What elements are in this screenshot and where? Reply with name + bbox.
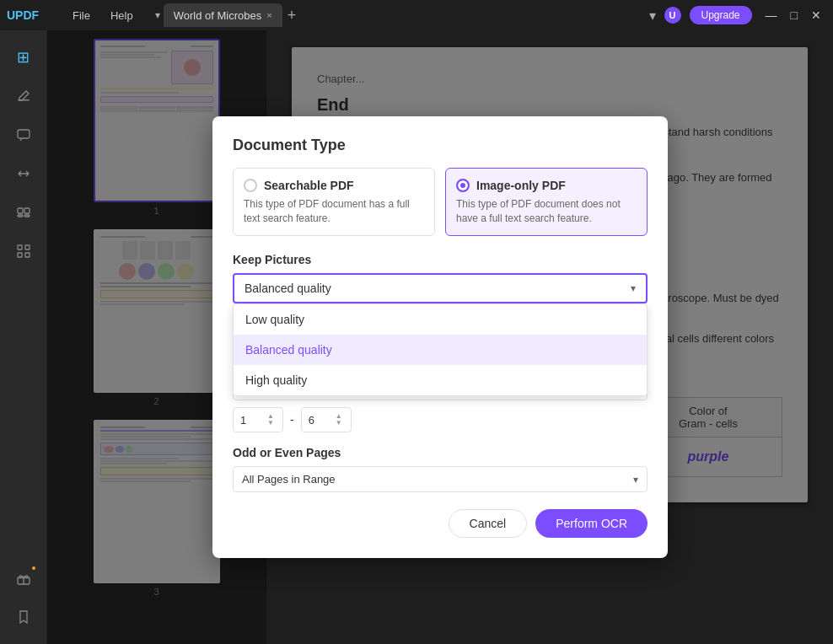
dialog-title: Document Type (233, 137, 648, 154)
doc-type-section: Searchable PDF This type of PDF document… (233, 168, 648, 237)
odd-even-chevron: ▾ (633, 474, 638, 486)
page-to-input[interactable]: 6 ▲ ▼ (301, 407, 352, 432)
page-from-arrows: ▲ ▼ (266, 413, 276, 427)
page-from-input[interactable]: 1 ▲ ▼ (233, 407, 283, 432)
window-controls: — □ ✕ (760, 7, 826, 24)
svg-rect-6 (18, 245, 22, 250)
sidebar-icon-organize[interactable] (7, 196, 40, 229)
tab-area: ▾ World of Microbes × + (155, 3, 642, 27)
keep-pictures-label: Keep Pictures (233, 253, 648, 266)
sidebar-icon-convert[interactable] (7, 157, 40, 191)
doc-type-searchable-name: Searchable PDF (264, 179, 354, 192)
doc-type-searchable-radio: Searchable PDF (244, 179, 424, 192)
menu-help[interactable]: Help (102, 8, 142, 24)
keep-pictures-menu: Low quality Balanced quality High qualit… (233, 303, 648, 396)
maximize-button[interactable]: □ (786, 7, 803, 24)
quality-low[interactable]: Low quality (234, 304, 647, 335)
menu-file[interactable]: File (64, 8, 99, 24)
svg-rect-8 (18, 253, 22, 257)
page-range-dash: - (290, 413, 294, 427)
page-from-value: 1 (240, 414, 246, 427)
new-tab-icon[interactable]: + (288, 8, 297, 23)
close-button[interactable]: ✕ (806, 7, 826, 24)
svg-rect-3 (24, 208, 30, 213)
keep-pictures-section: Keep Pictures Balanced quality ▾ Low qua… (233, 253, 648, 341)
sidebar-icon-bookmark[interactable] (7, 600, 40, 634)
doc-type-image-name: Image-only PDF (476, 179, 566, 192)
app-logo: UPDF (7, 8, 57, 22)
tab-arrow[interactable]: ▾ (155, 9, 160, 21)
odd-even-dropdown[interactable]: All Pages in Range ▾ (233, 466, 648, 492)
doc-type-searchable-desc: This type of PDF document has a full tex… (244, 197, 424, 226)
odd-even-label: Odd or Even Pages (233, 446, 648, 459)
sidebar-icon-gift[interactable] (7, 561, 40, 595)
keep-pictures-dropdown[interactable]: Balanced quality ▾ (233, 273, 648, 303)
current-tab[interactable]: World of Microbes × (164, 3, 282, 27)
sidebar-icon-pages[interactable]: ⊞ (7, 40, 40, 74)
svg-rect-2 (18, 208, 23, 213)
svg-rect-5 (24, 215, 30, 217)
minimize-button[interactable]: — (760, 7, 782, 24)
page-to-arrows: ▲ ▼ (334, 413, 344, 427)
title-bar-right: ▾ U Upgrade — □ ✕ (649, 6, 827, 24)
sidebar-icon-comment[interactable] (7, 118, 40, 152)
chevron-down-icon: ▾ (631, 282, 636, 294)
doc-type-image-desc: This type of PDF document does not have … (456, 197, 637, 226)
svg-rect-9 (25, 253, 30, 257)
upgrade-button[interactable]: Upgrade (690, 6, 752, 24)
title-bar: UPDF File Help ▾ World of Microbes × + ▾… (0, 0, 833, 30)
left-sidebar: ⊞ (0, 30, 47, 644)
perform-ocr-button[interactable]: Perform OCR (535, 509, 648, 538)
keep-pictures-selected: Balanced quality (245, 282, 331, 295)
tab-close-icon[interactable]: × (266, 10, 271, 20)
odd-even-section: Odd or Even Pages All Pages in Range ▾ (233, 446, 648, 492)
page-to-down[interactable]: ▼ (334, 420, 344, 427)
page-number-row: 1 ▲ ▼ - 6 ▲ ▼ (233, 407, 648, 432)
doc-type-image-radio: Image-only PDF (456, 179, 637, 192)
radio-searchable (244, 179, 257, 192)
cancel-button[interactable]: Cancel (449, 509, 528, 538)
dialog-overlay: Document Type Searchable PDF This type o… (47, 30, 833, 644)
svg-rect-7 (25, 245, 30, 250)
doc-type-searchable[interactable]: Searchable PDF This type of PDF document… (233, 168, 435, 237)
quality-balanced[interactable]: Balanced quality (234, 335, 647, 365)
svg-rect-1 (18, 130, 30, 138)
quality-high[interactable]: High quality (234, 365, 647, 395)
user-avatar: U (664, 7, 681, 24)
ocr-dialog: Document Type Searchable PDF This type o… (212, 116, 668, 559)
odd-even-value: All Pages in Range (242, 473, 336, 486)
tab-title: World of Microbes (174, 9, 262, 22)
page-to-value: 6 (309, 414, 314, 427)
svg-rect-4 (18, 215, 23, 217)
doc-type-image-only[interactable]: Image-only PDF This type of PDF document… (445, 168, 648, 237)
sidebar-icon-ocr[interactable] (7, 234, 40, 268)
sidebar-bottom (7, 561, 40, 644)
radio-image-only (456, 179, 470, 192)
dialog-actions: Cancel Perform OCR (233, 509, 648, 538)
page-from-down[interactable]: ▼ (266, 420, 276, 427)
menu-bar: File Help (64, 8, 142, 24)
sidebar-icon-edit[interactable] (7, 79, 40, 113)
tabs-dropdown-icon[interactable]: ▾ (649, 8, 656, 24)
keep-pictures-dropdown-container: Balanced quality ▾ Low quality Balanced … (233, 273, 648, 303)
